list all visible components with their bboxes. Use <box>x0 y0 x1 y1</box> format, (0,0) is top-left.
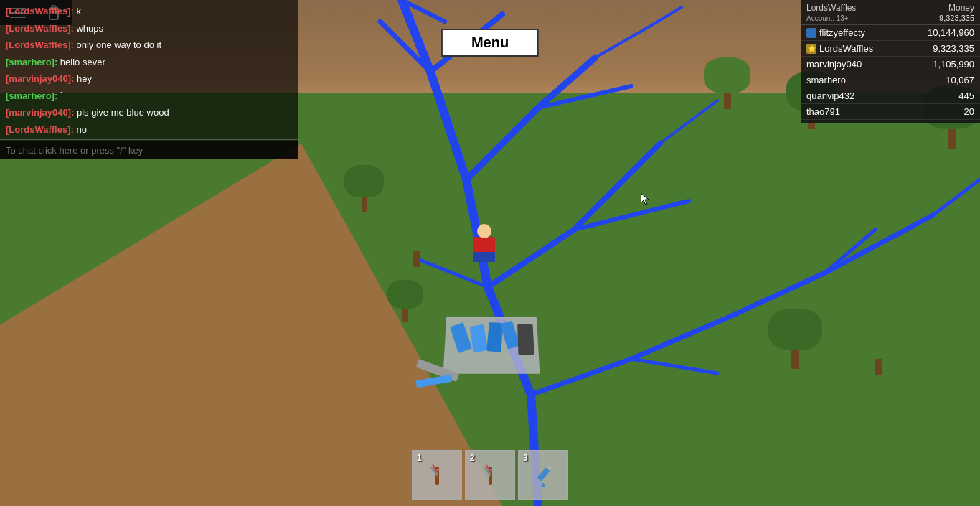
lb-money-header: Money 9,323,335 <box>939 3 974 23</box>
chat-message: [LordsWaffles]: whups <box>0 20 298 37</box>
player-character <box>473 237 495 262</box>
lb-player-name: quanvip432 <box>806 90 854 101</box>
chat-text: no <box>74 124 87 135</box>
chat-message: [LordsWaffles]: k <box>0 3 298 20</box>
lb-money-value: 9,323,335 <box>933 43 974 54</box>
chat-divider <box>0 139 298 140</box>
tree-3 <box>344 165 384 212</box>
leaderboard-row[interactable]: thao79120 <box>801 104 980 120</box>
ground-items <box>416 366 459 385</box>
leaderboard-row[interactable]: quanvip432445 <box>801 88 980 104</box>
lb-account-money: 9,323,335 <box>939 14 974 22</box>
tree-6 <box>768 309 822 369</box>
menu-button[interactable]: Menu <box>441 29 539 57</box>
axe-icon <box>424 461 450 489</box>
leaderboard-panel: LordsWaffles Account: 13+ Money 9,323,33… <box>801 0 980 123</box>
lb-name-text: flitzyeffecty <box>819 27 865 38</box>
lb-account-label: Account: 13+ <box>806 14 849 22</box>
lb-name-text: marvinjay040 <box>806 59 862 70</box>
wood-structure <box>443 317 540 374</box>
lb-money-label: Money <box>948 3 974 13</box>
lb-money-value: 445 <box>958 90 974 101</box>
chat-message: [marvinjay040]: hey <box>0 70 298 88</box>
chat-text: pls give me blue wood <box>74 107 169 118</box>
user-icon: 👤 <box>806 28 816 38</box>
lb-player-name: thao791 <box>806 106 840 117</box>
hotbar: 1 2 3 <box>412 450 568 500</box>
leaderboard-row[interactable]: marvinjay0401,105,990 <box>801 57 980 72</box>
lb-money-value: 1,105,990 <box>933 59 974 70</box>
chat-sender: [LordsWaffles]: <box>6 39 74 50</box>
lb-money-value: 10,144,960 <box>928 27 974 38</box>
lb-player-name: ⭐LordsWaffles <box>806 43 873 54</box>
svg-marker-8 <box>541 482 545 487</box>
axe2-icon <box>477 461 503 489</box>
lb-name-text: thao791 <box>806 106 840 117</box>
chat-text: hey <box>74 73 92 84</box>
chat-panel: [LordsWaffles]: k[LordsWaffles]: whups[L… <box>0 0 298 159</box>
hotbar-slot-number: 2 <box>470 453 475 463</box>
leaderboard-row[interactable]: ⭐LordsWaffles9,323,335 <box>801 41 980 57</box>
tree-5 <box>387 280 423 322</box>
lb-money-value: 10,067 <box>946 75 974 85</box>
hotbar-slot-number: 1 <box>417 453 422 463</box>
chat-sender: [LordsWaffles]: <box>6 124 74 135</box>
chat-input[interactable] <box>0 141 298 159</box>
hotbar-slot-number: 3 <box>523 453 528 463</box>
chat-text: whups <box>74 23 103 34</box>
lb-player-name: smarhero <box>806 75 846 85</box>
chat-sender: [smarhero]: <box>6 90 57 101</box>
chat-text: hello sever <box>57 57 105 67</box>
chat-message: [smarhero]: hello sever <box>0 54 298 71</box>
lb-money-value: 20 <box>964 106 974 117</box>
chat-message: [LordsWaffles]: only one way to do it <box>0 37 298 54</box>
chat-sender: [LordsWaffles]: <box>6 23 74 34</box>
tree-7 <box>854 323 901 375</box>
hotbar-slot-1[interactable]: 1 <box>412 450 462 500</box>
hotbar-slot-3[interactable]: 3 <box>518 450 568 500</box>
lb-name-text: quanvip432 <box>806 90 854 101</box>
chat-sender: [LordsWaffles]: <box>6 6 74 17</box>
tree-4 <box>395 215 438 267</box>
chat-text: k <box>74 6 81 17</box>
chat-text: only one way to do it <box>74 39 161 50</box>
leaderboard-row[interactable]: 👤flitzyeffecty10,144,960 <box>801 25 980 41</box>
chat-message: [marvinjay040]: pls give me blue wood <box>0 104 298 121</box>
chat-sender: [marvinjay040]: <box>6 107 74 118</box>
leaderboard-row[interactable]: smarhero10,067 <box>801 72 980 88</box>
chat-sender: [smarhero]: <box>6 57 57 67</box>
tree-2 <box>704 57 750 109</box>
lb-name-text: LordsWaffles <box>819 43 873 54</box>
lb-player-name: marvinjay040 <box>806 59 862 70</box>
star-icon: ⭐ <box>806 44 816 54</box>
chat-sender: [marvinjay040]: <box>6 73 74 84</box>
leaderboard-header: LordsWaffles Account: 13+ Money 9,323,33… <box>801 0 980 25</box>
leaderboard-rows: 👤flitzyeffecty10,144,960⭐LordsWaffles9,3… <box>801 25 980 120</box>
chat-message: [smarhero]: ` <box>0 88 298 105</box>
chat-text: ` <box>57 90 63 101</box>
lb-username: LordsWaffles Account: 13+ <box>806 3 856 23</box>
hotbar-slot-2[interactable]: 2 <box>465 450 515 500</box>
lb-player-name: 👤flitzyeffecty <box>806 27 865 38</box>
pencil-icon <box>530 461 556 489</box>
lb-name-text: smarhero <box>806 75 846 85</box>
lb-header-name: LordsWaffles <box>806 3 856 13</box>
chat-message: [LordsWaffles]: no <box>0 121 298 139</box>
chat-messages: [LordsWaffles]: k[LordsWaffles]: whups[L… <box>0 3 298 138</box>
